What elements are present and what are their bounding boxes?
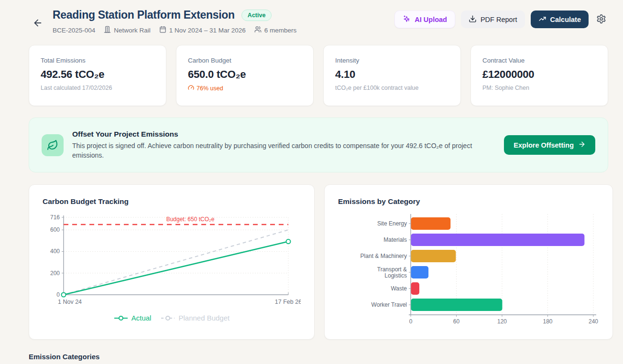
carbon-budget-tracking-card: Carbon Budget Tracking 0200400600716Budg… [29, 184, 315, 340]
bar-chart-title: Emissions by Category [338, 197, 599, 206]
building-icon [104, 26, 111, 34]
svg-text:716: 716 [50, 214, 60, 221]
svg-text:60: 60 [453, 318, 460, 324]
back-button[interactable] [32, 12, 44, 34]
pdf-report-button[interactable]: PDF Report [461, 11, 525, 28]
svg-text:17 Feb 26: 17 Feb 26 [275, 299, 301, 305]
svg-text:120: 120 [497, 318, 507, 324]
legend-label: Planned Budget [178, 314, 230, 322]
svg-text:Site Energy: Site Energy [377, 220, 407, 227]
stat-card-total-emissions: Total Emissions 492.56 tCO₂e Last calcul… [29, 45, 166, 106]
legend-item-planned-budget[interactable]: Planned Budget [161, 314, 230, 322]
svg-text:Waste: Waste [391, 285, 407, 292]
stat-subtext: tCO₂e per £100k contract value [335, 85, 449, 91]
emission-categories-heading: Emission Categories [29, 353, 608, 361]
legend-label: Actual [131, 314, 152, 322]
date-range-meta: 1 Nov 2024 – 31 Mar 2026 [159, 26, 246, 34]
svg-text:Budget: 650 tCO₂e: Budget: 650 tCO₂e [166, 216, 215, 223]
explore-offsetting-button[interactable]: Explore Offsetting [504, 135, 595, 155]
gear-icon [596, 14, 606, 25]
client-meta: Network Rail [104, 26, 151, 34]
stat-value: 492.56 tCO₂e [41, 68, 154, 81]
emissions-by-category-card: Emissions by Category 060120180240Site E… [324, 184, 613, 340]
svg-text:240: 240 [589, 318, 598, 324]
stat-card-carbon-budget: Carbon Budget 650.0 tCO₂e 76% used [176, 45, 314, 106]
trending-up-icon [538, 15, 546, 24]
svg-text:200: 200 [50, 270, 60, 277]
stat-label: Carbon Budget [188, 57, 302, 64]
stat-value: 4.10 [335, 68, 449, 81]
charts-row: Carbon Budget Tracking 0200400600716Budg… [29, 184, 608, 340]
calendar-icon [159, 26, 166, 34]
header: Reading Station Platform Extension Activ… [29, 9, 608, 34]
svg-text:Transport &Logistics: Transport &Logistics [377, 266, 407, 279]
stat-label: Total Emissions [41, 57, 154, 64]
legend-item-actual[interactable]: Actual [114, 314, 152, 322]
project-code: BCE-2025-004 [53, 27, 95, 34]
stat-cards: Total Emissions 492.56 tCO₂e Last calcul… [29, 45, 608, 106]
carbon-budget-line-chart: 0200400600716Budget: 650 tCO₂e1 Nov 2417… [43, 212, 301, 310]
svg-text:400: 400 [50, 248, 60, 255]
line-chart-legend: ActualPlanned Budget [43, 314, 301, 322]
svg-text:0: 0 [56, 291, 60, 298]
svg-text:1 Nov 24: 1 Nov 24 [58, 299, 82, 305]
download-icon [469, 15, 477, 24]
svg-text:0: 0 [409, 318, 413, 324]
leaf-icon [42, 134, 64, 156]
ai-upload-button[interactable]: AI Upload [394, 11, 455, 28]
budget-used-indicator: 76% used [188, 85, 302, 92]
stat-subtext: PM: Sophie Chen [482, 85, 596, 91]
svg-text:Materials: Materials [383, 236, 407, 243]
sparkles-icon [403, 15, 411, 24]
users-icon [254, 26, 262, 34]
stat-card-contract-value: Contract Value £12000000 PM: Sophie Chen [470, 45, 608, 106]
arrow-left-icon [33, 22, 43, 30]
stat-subtext: Last calculated 17/02/2026 [41, 85, 154, 91]
project-dashboard-page: Reading Station Platform Extension Activ… [0, 0, 623, 361]
emissions-category-bar-chart: 060120180240Site EnergyMaterialsPlant & … [338, 212, 599, 326]
svg-text:Plant & Machinery: Plant & Machinery [361, 253, 407, 259]
svg-text:Worker Travel: Worker Travel [372, 301, 407, 308]
offset-banner-body: This project is signed off. Achieve carb… [72, 141, 495, 161]
stat-label: Contract Value [482, 57, 596, 64]
arrow-right-icon [578, 140, 586, 150]
page-title: Reading Station Platform Extension [53, 9, 235, 21]
calculate-button[interactable]: Calculate [531, 11, 589, 28]
settings-button[interactable] [594, 12, 608, 27]
status-badge: Active [241, 10, 272, 21]
stat-value: 650.0 tCO₂e [188, 68, 302, 81]
stat-value: £12000000 [482, 68, 596, 81]
svg-text:180: 180 [543, 318, 552, 324]
offset-banner: Offset Your Project Emissions This proje… [29, 118, 608, 172]
stat-card-intensity: Intensity 4.10 tCO₂e per £100k contract … [323, 45, 461, 106]
project-meta: BCE-2025-004 Network Rail 1 Nov 2024 – 3… [53, 26, 296, 34]
gauge-icon [188, 85, 194, 92]
line-chart-title: Carbon Budget Tracking [43, 197, 301, 206]
stat-label: Intensity [335, 57, 449, 64]
members-meta: 6 members [254, 26, 297, 34]
offset-banner-title: Offset Your Project Emissions [72, 130, 495, 139]
svg-text:600: 600 [50, 226, 60, 233]
